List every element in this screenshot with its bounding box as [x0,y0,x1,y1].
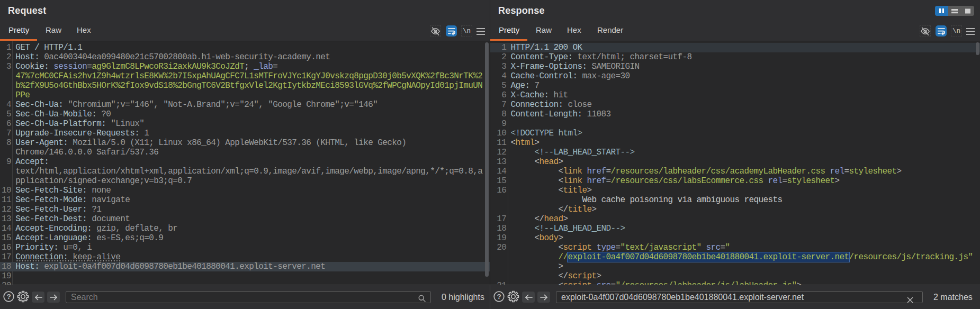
svg-text:?: ? [6,293,11,301]
svg-text:?: ? [497,293,501,301]
